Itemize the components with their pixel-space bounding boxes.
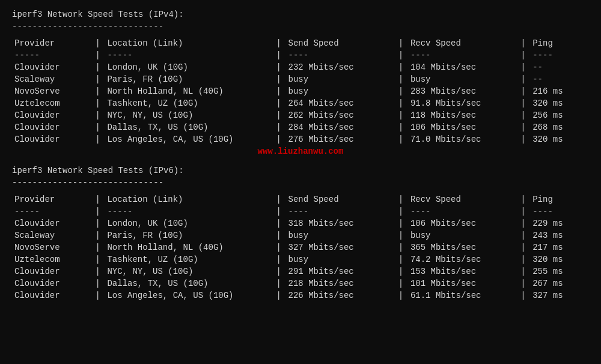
cell-send: 318 Mbits/sec [286, 217, 396, 229]
table-row: NovoServe | North Holland, NL (40G) | 32… [12, 241, 589, 253]
cell-sep4: | [518, 97, 530, 109]
ipv6-hsep-recv: ---- [408, 205, 518, 217]
cell-sep3: | [396, 85, 408, 97]
cell-recv: 106 Mbits/sec [408, 217, 518, 229]
hsep-sep3: | [396, 49, 408, 61]
cell-sep2: | [274, 217, 286, 229]
cell-send: 264 Mbits/sec [286, 97, 396, 109]
cell-send: busy [286, 73, 396, 85]
cell-sep1: | [93, 217, 105, 229]
cell-ping: 216 ms [530, 85, 589, 97]
hsep-sep4: | [518, 49, 530, 61]
cell-ping: 320 ms [530, 253, 589, 265]
cell-location: Los Angeles, CA, US (10G) [105, 133, 273, 145]
cell-sep2: | [274, 278, 286, 290]
cell-sep1: | [93, 109, 105, 121]
cell-recv: 104 Mbits/sec [408, 61, 518, 73]
cell-sep1: | [93, 97, 105, 109]
cell-sep3: | [396, 109, 408, 121]
cell-sep3: | [396, 241, 408, 253]
cell-sep1: | [93, 61, 105, 73]
cell-location: Paris, FR (10G) [105, 229, 273, 241]
cell-sep3: | [396, 121, 408, 133]
cell-sep4: | [518, 241, 530, 253]
cell-location: Dallas, TX, US (10G) [105, 278, 273, 290]
table-row: NovoServe | North Holland, NL (40G) | bu… [12, 85, 589, 97]
ipv6-header-sep2: | [274, 193, 286, 205]
ipv6-header-recv: Recv Speed [408, 193, 518, 205]
ipv6-divider: ------------------------------ [12, 178, 589, 187]
cell-location: North Holland, NL (40G) [105, 85, 273, 97]
cell-send: 276 Mbits/sec [286, 133, 396, 145]
cell-location: NYC, NY, US (10G) [105, 265, 273, 278]
cell-ping: 268 ms [530, 121, 589, 133]
table-row: Scaleway | Paris, FR (10G) | busy | busy… [12, 73, 589, 85]
cell-sep1: | [93, 278, 105, 290]
cell-ping: 327 ms [530, 290, 589, 302]
cell-sep4: | [518, 85, 530, 97]
cell-ping: 256 ms [530, 109, 589, 121]
hsep-sep1: | [93, 49, 105, 61]
cell-sep1: | [93, 133, 105, 145]
header-recv: Recv Speed [408, 37, 518, 49]
cell-sep2: | [274, 121, 286, 133]
cell-sep4: | [518, 109, 530, 121]
ipv6-header-ping: Ping [530, 193, 589, 205]
cell-provider: Clouvider [12, 109, 93, 121]
table-row: Uztelecom | Tashkent, UZ (10G) | busy | … [12, 253, 589, 265]
cell-location: London, UK (10G) [105, 217, 273, 229]
cell-sep1: | [93, 265, 105, 278]
cell-ping: 217 ms [530, 241, 589, 253]
cell-ping: 255 ms [530, 265, 589, 278]
cell-sep1: | [93, 229, 105, 241]
cell-sep4: | [518, 133, 530, 145]
header-send: Send Speed [286, 37, 396, 49]
cell-location: Tashkent, UZ (10G) [105, 253, 273, 265]
cell-recv: 74.2 Mbits/sec [408, 253, 518, 265]
ipv6-hsep-sep3: | [396, 205, 408, 217]
cell-provider: Clouvider [12, 217, 93, 229]
cell-send: 291 Mbits/sec [286, 265, 396, 278]
cell-sep4: | [518, 278, 530, 290]
cell-sep2: | [274, 290, 286, 302]
table-row: Clouvider | Los Angeles, CA, US (10G) | … [12, 133, 589, 145]
cell-recv: 365 Mbits/sec [408, 241, 518, 253]
cell-recv: 106 Mbits/sec [408, 121, 518, 133]
ipv4-header-sep-row: ----- | ----- | ---- | ---- | ---- [12, 49, 589, 61]
header-sep2: | [274, 37, 286, 49]
cell-sep2: | [274, 229, 286, 241]
cell-sep3: | [396, 73, 408, 85]
cell-sep4: | [518, 217, 530, 229]
cell-sep2: | [274, 73, 286, 85]
cell-sep2: | [274, 133, 286, 145]
ipv6-hsep-sep2: | [274, 205, 286, 217]
cell-sep2: | [274, 97, 286, 109]
cell-provider: Clouvider [12, 121, 93, 133]
cell-sep3: | [396, 290, 408, 302]
cell-location: Dallas, TX, US (10G) [105, 121, 273, 133]
cell-recv: 153 Mbits/sec [408, 265, 518, 278]
cell-recv: 118 Mbits/sec [408, 109, 518, 121]
cell-provider: Clouvider [12, 61, 93, 73]
ipv4-section: iperf3 Network Speed Tests (IPv4): -----… [12, 10, 589, 145]
cell-sep1: | [93, 121, 105, 133]
cell-provider: Scaleway [12, 73, 93, 85]
cell-recv: busy [408, 73, 518, 85]
ipv6-title: iperf3 Network Speed Tests (IPv6): [12, 166, 589, 175]
hsep-location: ----- [105, 49, 273, 61]
cell-send: 327 Mbits/sec [286, 241, 396, 253]
cell-provider: Clouvider [12, 278, 93, 290]
cell-sep1: | [93, 253, 105, 265]
ipv6-header-sep4: | [518, 193, 530, 205]
cell-sep1: | [93, 73, 105, 85]
cell-recv: 101 Mbits/sec [408, 278, 518, 290]
cell-location: London, UK (10G) [105, 61, 273, 73]
header-ping: Ping [530, 37, 589, 49]
cell-location: North Holland, NL (40G) [105, 241, 273, 253]
table-row: Clouvider | NYC, NY, US (10G) | 262 Mbit… [12, 109, 589, 121]
ipv6-hsep-provider: ----- [12, 205, 93, 217]
header-location: Location (Link) [105, 37, 273, 49]
hsep-provider: ----- [12, 49, 93, 61]
cell-provider: Clouvider [12, 265, 93, 278]
ipv6-header-provider: Provider [12, 193, 93, 205]
